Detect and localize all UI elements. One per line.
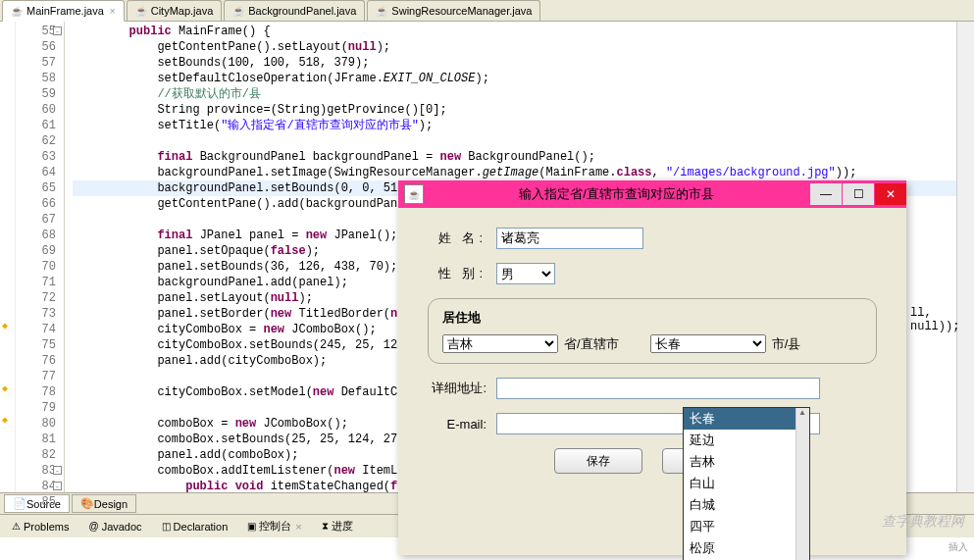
name-input[interactable]	[496, 228, 643, 249]
dialog-title: 输入指定省/直辖市查询对应的市县	[424, 185, 809, 203]
fieldset-legend: 居住地	[442, 309, 862, 327]
editor-tabs: ☕MainFrame.java× ☕CityMap.java ☕Backgrou…	[0, 0, 974, 22]
console-icon: ▣	[247, 521, 256, 532]
close-icon[interactable]: ×	[110, 6, 116, 17]
address-input[interactable]	[496, 378, 820, 399]
vertical-scrollbar[interactable]	[956, 22, 974, 492]
dropdown-option[interactable]: 延边	[684, 430, 809, 451]
tab-label: MainFrame.java	[26, 5, 104, 17]
java-file-icon: ☕	[376, 6, 387, 17]
tab-label: CityMap.java	[151, 5, 214, 17]
problems-icon: ⚠	[12, 521, 21, 532]
marker-bar	[0, 22, 16, 492]
city-select[interactable]: 长春	[650, 334, 766, 353]
design-icon: 🎨	[80, 497, 94, 510]
progress-icon: ⧗	[322, 521, 329, 533]
name-label: 姓 名:	[428, 229, 487, 247]
java-file-icon: ☕	[11, 6, 23, 17]
tab-mainframe[interactable]: ☕MainFrame.java×	[2, 0, 125, 22]
code-overflow: ll, null));	[910, 306, 974, 333]
view-declaration[interactable]: ◫Declaration	[154, 519, 236, 535]
close-button[interactable]: ✕	[875, 183, 906, 205]
swing-dialog: ☕ 输入指定省/直辖市查询对应的市县 — ☐ ✕ 姓 名: 性 别: 男 居住地…	[398, 180, 906, 555]
minimize-button[interactable]: —	[810, 183, 842, 205]
dialog-titlebar[interactable]: ☕ 输入指定省/直辖市查询对应的市县 — ☐ ✕	[398, 180, 906, 208]
tab-backgroundpanel[interactable]: ☕BackgroundPanel.java	[224, 0, 365, 21]
tab-swingresourcemanager[interactable]: ☕SwingResourceManager.java	[367, 0, 540, 21]
close-icon[interactable]: ×	[295, 521, 301, 533]
gender-select[interactable]: 男	[496, 263, 555, 284]
javadoc-icon: @	[88, 521, 98, 532]
view-problems[interactable]: ⚠Problems	[4, 519, 77, 535]
view-progress[interactable]: ⧗进度	[314, 517, 361, 535]
dropdown-option[interactable]: 白山	[684, 473, 809, 494]
save-button[interactable]: 保存	[554, 448, 642, 474]
email-label: E-mail:	[428, 417, 487, 432]
java-file-icon: ☕	[232, 6, 244, 17]
city-label: 市/县	[772, 335, 801, 353]
tab-citymap[interactable]: ☕CityMap.java	[127, 0, 223, 21]
line-gutter: 55-5657585960616263646566676869707172737…	[16, 22, 65, 492]
java-icon: ☕	[404, 184, 424, 204]
view-console[interactable]: ▣控制台 ×	[239, 517, 309, 535]
maximize-button[interactable]: ☐	[843, 183, 874, 205]
view-javadoc[interactable]: @Javadoc	[80, 519, 149, 535]
address-label: 详细地址:	[428, 380, 487, 397]
residence-fieldset: 居住地 吉林 省/直辖市 长春 市/县	[428, 298, 877, 364]
province-select[interactable]: 吉林	[442, 334, 558, 353]
declaration-icon: ◫	[162, 521, 171, 532]
tab-label: SwingResourceManager.java	[391, 5, 532, 17]
watermark: 查字典教程网	[882, 513, 964, 531]
city-dropdown-list[interactable]: 长春延边吉林白山白城四平松原辽源	[683, 407, 810, 560]
tab-design[interactable]: 🎨 Design	[72, 494, 136, 513]
tab-label: BackgroundPanel.java	[248, 5, 356, 17]
dropdown-option[interactable]: 长春	[684, 408, 809, 430]
province-label: 省/直辖市	[564, 335, 619, 353]
dropdown-option[interactable]: 白城	[684, 494, 809, 516]
java-file-icon: ☕	[135, 6, 147, 17]
status-insert: 插入	[948, 540, 968, 554]
dialog-body: 姓 名: 性 别: 男 居住地 吉林 省/直辖市 长春 市/县 详细地址: E-…	[398, 208, 906, 555]
dropdown-option[interactable]: 吉林	[684, 451, 809, 473]
dropdown-option[interactable]: 松原	[684, 537, 809, 559]
dropdown-scrollbar[interactable]	[795, 408, 809, 560]
gender-label: 性 别:	[428, 265, 487, 282]
dropdown-option[interactable]: 四平	[684, 516, 809, 537]
